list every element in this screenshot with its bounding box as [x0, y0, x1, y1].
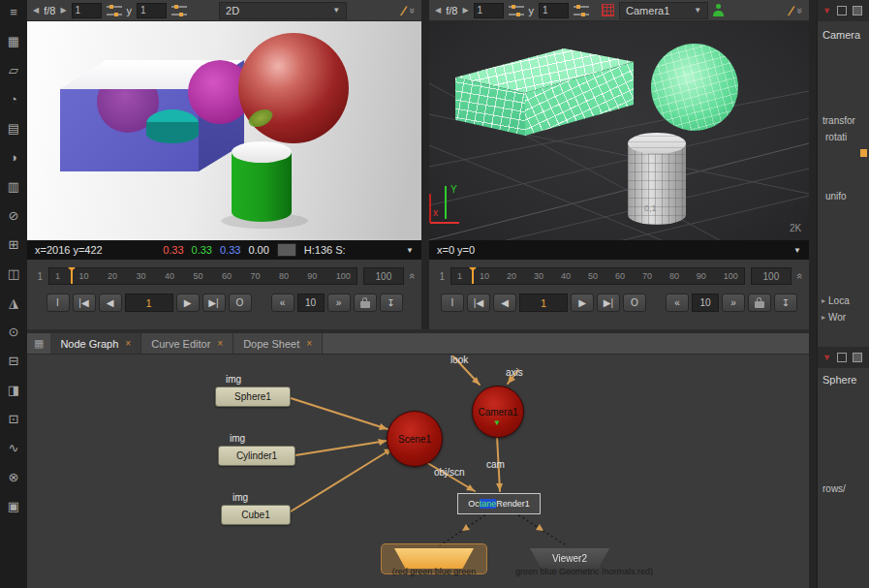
panel-close-icon[interactable]	[853, 6, 862, 15]
frame-slider[interactable]: 1 10 20 30 40 50 60 70 80 90 100	[450, 267, 745, 285]
viewer-pane-divider[interactable]	[421, 0, 429, 329]
in-point-button[interactable]: I	[441, 294, 464, 312]
pane-menu-icon[interactable]: ▦	[34, 337, 44, 350]
skip-amount-field[interactable]: 10	[297, 294, 325, 312]
frame-slider[interactable]: 1 10 20 30 40 50 60 70 80 90 100	[48, 267, 357, 285]
status-dropdown-icon[interactable]: ▼	[793, 246, 801, 255]
gain-input[interactable]: 1	[72, 3, 102, 18]
other-icon[interactable]: ⊗	[9, 471, 19, 483]
slider-handle[interactable]	[860, 149, 867, 157]
collapse-pane-icon[interactable]: »	[407, 7, 419, 13]
node-cylinder1[interactable]: Cylinder1	[218, 446, 295, 466]
skip-back-button[interactable]: «	[666, 294, 689, 312]
toolsets-icon[interactable]: ∿	[9, 442, 19, 454]
lock-range-button[interactable]	[354, 294, 377, 312]
metadata-icon[interactable]: ⊡	[9, 413, 19, 425]
collapse-pane-icon[interactable]: »	[794, 7, 806, 13]
play-button[interactable]: ▶	[571, 294, 594, 312]
node-graph-canvas[interactable]: img Sphere1 img Cylinder1 img Cube1 Scen…	[27, 355, 809, 588]
gamma-input[interactable]: 1	[137, 3, 167, 18]
gamma-slider-icon[interactable]	[171, 5, 187, 16]
out-point-button[interactable]: O	[229, 294, 252, 312]
skip-back-button[interactable]: «	[271, 294, 295, 312]
roi-icon[interactable]: ∕	[791, 3, 792, 18]
panel-float-icon[interactable]	[837, 6, 847, 15]
timeline-collapse-icon[interactable]: «	[407, 273, 419, 279]
gain-input[interactable]: 1	[474, 3, 504, 18]
image-icon[interactable]: ▦	[8, 35, 19, 47]
script-icon[interactable]: ▣	[8, 500, 19, 512]
particles-icon[interactable]: ⊙	[9, 325, 19, 338]
filter-icon[interactable]: ▥	[8, 180, 19, 193]
playhead[interactable]	[472, 268, 474, 284]
roi-icon[interactable]: ∕	[403, 3, 405, 18]
prev-keyframe-button[interactable]: |◀	[467, 294, 490, 312]
node-sphere1[interactable]: Sphere1	[215, 387, 291, 407]
node-cube1[interactable]: Cube1	[221, 505, 291, 525]
node-octanerender1[interactable]: OctaneRender1	[457, 493, 541, 514]
panel-close-icon[interactable]	[853, 353, 862, 362]
out-point-button[interactable]: O	[623, 294, 646, 312]
range-end-box[interactable]: 100	[751, 267, 791, 285]
menu-icon[interactable]: ≡	[10, 6, 17, 18]
lock-range-button[interactable]	[748, 294, 771, 312]
viewer-2d-canvas[interactable]	[27, 21, 421, 240]
skip-forward-button[interactable]: »	[722, 294, 745, 312]
goto-frame-button[interactable]: ↧	[774, 294, 797, 312]
transform-icon[interactable]: ◫	[8, 267, 19, 280]
merge-icon[interactable]: ⊞	[9, 238, 19, 251]
close-icon[interactable]: ×	[125, 338, 131, 349]
viewer-3d-canvas[interactable]: Y x 0,1 2K	[429, 21, 809, 240]
next-arrow-icon[interactable]: ▶	[60, 6, 66, 15]
grid-warp-icon[interactable]	[602, 4, 614, 16]
current-frame-field[interactable]: 1	[125, 294, 173, 312]
keyer-icon[interactable]: ⊘	[9, 209, 19, 222]
next-keyframe-button[interactable]: ▶|	[597, 294, 620, 312]
views-icon[interactable]: ◨	[8, 384, 19, 396]
status-dropdown-icon[interactable]: ▼	[406, 246, 414, 255]
skip-forward-button[interactable]: »	[327, 294, 351, 312]
prev-arrow-icon[interactable]: ◀	[435, 6, 441, 15]
close-icon[interactable]: ×	[306, 338, 312, 349]
play-button[interactable]: ▶	[176, 294, 200, 312]
channel-icon[interactable]: ▤	[8, 122, 19, 135]
step-back-button[interactable]: ◀	[99, 294, 122, 312]
interactive-camera-icon[interactable]	[713, 4, 725, 16]
gain-slider-icon[interactable]	[509, 5, 524, 16]
current-frame-field[interactable]: 1	[519, 294, 568, 312]
world-matrix-group[interactable]: ▸ Wor	[822, 312, 846, 323]
close-icon[interactable]: ×	[217, 338, 223, 349]
view-mode-dropdown[interactable]: 2D ▼	[219, 2, 347, 19]
prev-arrow-icon[interactable]: ◀	[33, 6, 39, 15]
gamma-slider-icon[interactable]	[574, 5, 589, 16]
next-keyframe-button[interactable]: ▶|	[202, 294, 226, 312]
tab-curve-editor[interactable]: Curve Editor ×	[141, 333, 233, 354]
tab-dope-sheet[interactable]: Dope Sheet ×	[233, 333, 323, 354]
step-back-button[interactable]: ◀	[493, 294, 516, 312]
skip-amount-field[interactable]: 10	[692, 294, 719, 312]
node-camera1[interactable]: Camera1	[472, 386, 524, 438]
deep-icon[interactable]: ⊟	[9, 355, 19, 367]
node-viewer2[interactable]: Viewer2	[530, 548, 609, 569]
prev-keyframe-button[interactable]: |◀	[73, 294, 96, 312]
tab-node-graph[interactable]: Node Graph ×	[50, 333, 141, 354]
range-end-box[interactable]: 100	[363, 267, 404, 285]
camera-dropdown[interactable]: Camera1 ▼	[619, 2, 708, 19]
in-point-button[interactable]: I	[47, 294, 70, 312]
local-matrix-group[interactable]: ▸ Loca	[822, 295, 850, 306]
panel-float-icon[interactable]	[837, 353, 847, 362]
timeline-collapse-icon[interactable]: «	[794, 273, 806, 279]
color-icon[interactable]: ◑	[10, 151, 17, 164]
draw-icon[interactable]: ▱	[9, 64, 18, 77]
node-viewer1[interactable]	[394, 548, 474, 569]
node-scene1[interactable]: Scene1	[387, 411, 443, 467]
3d-icon[interactable]: ◮	[9, 296, 18, 309]
panel-collapse-icon[interactable]: ▼	[822, 353, 831, 362]
time-icon[interactable]: ◔	[10, 93, 17, 106]
playhead[interactable]	[71, 268, 73, 284]
goto-frame-button[interactable]: ↧	[380, 294, 403, 312]
properties-divider[interactable]	[809, 0, 817, 588]
panel-collapse-icon[interactable]: ▼	[822, 6, 831, 15]
gain-slider-icon[interactable]	[107, 5, 122, 16]
next-arrow-icon[interactable]: ▶	[462, 6, 468, 15]
